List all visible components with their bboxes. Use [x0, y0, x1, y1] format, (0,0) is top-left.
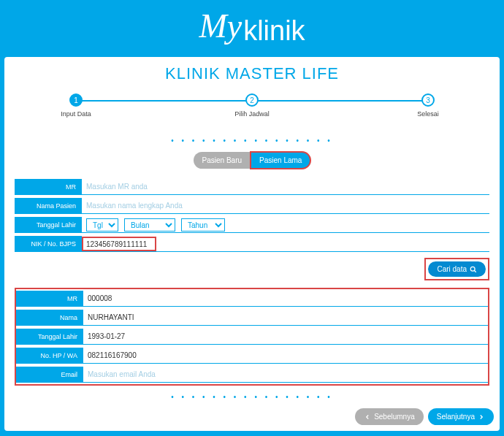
label-mr: MR [15, 179, 82, 195]
next-label: Selanjutnya [437, 413, 475, 421]
label-tgl-lahir: Tanggal Lahir [15, 217, 82, 233]
prev-label: Sebelumnya [374, 413, 415, 421]
next-button[interactable]: Selanjutnya [428, 408, 494, 425]
input-nama[interactable] [86, 202, 485, 210]
label-nik: NIK / No. BJPS [15, 236, 82, 252]
step-3: 3 Selesai [399, 93, 457, 118]
patient-result-block: MR 000008 Nama NURHAYANTI Tanggal Lahir … [15, 288, 489, 386]
row-nama: Nama Pasien [15, 198, 489, 214]
step-2-label: Pilih Jadwal [234, 110, 270, 118]
nav-buttons: Sebelumnya Selanjutnya [355, 408, 494, 425]
input-email[interactable] [88, 370, 484, 378]
step-3-circle: 3 [421, 93, 435, 107]
result-value-tgl: 1993-01-27 [88, 332, 484, 340]
tab-pasien-lama[interactable]: Pasien Lama [251, 152, 310, 169]
input-nik[interactable] [86, 240, 152, 248]
tab-pasien-baru[interactable]: Pasien Baru [194, 152, 251, 169]
divider-dots-top: • • • • • • • • • • • • • • • • [10, 137, 494, 145]
logo-part-klinik: klinik [243, 15, 305, 47]
cari-data-button[interactable]: Cari data [428, 261, 486, 277]
step-3-label: Selesai [417, 110, 439, 118]
result-row-hp: No. HP / WA 082116167900 [16, 348, 488, 364]
step-2: 2 Pilih Jadwal [223, 93, 281, 118]
result-value-nama: NURHAYANTI [88, 313, 484, 321]
row-tgl-lahir: Tanggal Lahir Tgl Bulan Tahun [15, 217, 489, 233]
result-row-email: Email [16, 367, 488, 383]
step-1-circle: 1 [69, 93, 83, 107]
label-nama: Nama Pasien [15, 198, 82, 214]
select-tgl[interactable]: Tgl [86, 218, 118, 232]
result-value-hp: 082116167900 [88, 351, 484, 359]
app-banner: My klinik [0, 0, 504, 57]
row-nik: NIK / No. BJPS [15, 236, 489, 252]
input-mr[interactable] [86, 183, 485, 191]
result-label-nama: Nama [16, 310, 83, 326]
result-row-mr: MR 000008 [16, 291, 488, 307]
step-1: 1 Input Data [47, 93, 105, 118]
patient-type-segment: Pasien Baru Pasien Lama [10, 152, 494, 169]
row-mr: MR [15, 179, 489, 195]
svg-line-1 [474, 270, 476, 272]
result-label-hp: No. HP / WA [16, 348, 83, 364]
content-card: KLINIK MASTER LIFE 1 Input Data 2 Pilih … [4, 57, 500, 431]
search-icon [470, 266, 477, 273]
step-1-label: Input Data [61, 110, 91, 118]
divider-dots-bottom: • • • • • • • • • • • • • • • • [10, 393, 494, 401]
result-value-mr: 000008 [88, 294, 484, 302]
step-2-circle: 2 [245, 93, 259, 107]
result-row-tgl: Tanggal Lahir 1993-01-27 [16, 329, 488, 345]
cari-data-wrap: Cari data [15, 258, 489, 280]
result-label-mr: MR [16, 291, 83, 307]
cari-data-label: Cari data [437, 265, 467, 273]
select-tahun[interactable]: Tahun [181, 218, 225, 232]
svg-point-0 [470, 267, 475, 271]
stepper: 1 Input Data 2 Pilih Jadwal 3 Selesai [47, 93, 457, 118]
result-row-nama: Nama NURHAYANTI [16, 310, 488, 326]
select-bulan[interactable]: Bulan [124, 218, 175, 232]
logo-part-my: My [199, 7, 242, 45]
search-form: MR Nama Pasien Tanggal Lahir Tgl Bulan T [15, 179, 489, 252]
prev-button[interactable]: Sebelumnya [355, 408, 424, 425]
arrow-right-icon [478, 413, 485, 421]
result-label-email: Email [16, 367, 83, 383]
clinic-title: KLINIK MASTER LIFE [10, 64, 494, 83]
logo: My klinik [199, 9, 305, 48]
arrow-left-icon [364, 413, 371, 421]
result-label-tgl: Tanggal Lahir [16, 329, 83, 345]
